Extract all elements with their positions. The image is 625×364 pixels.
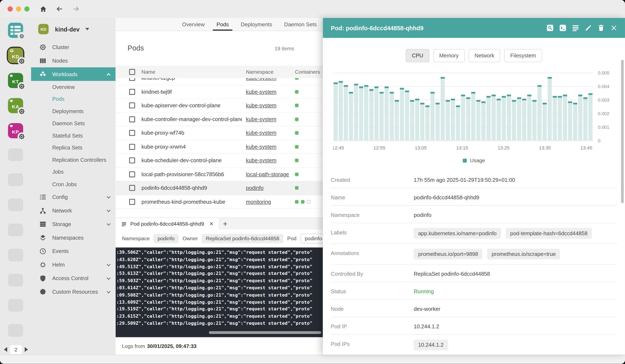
row-checkbox[interactable] (129, 199, 135, 205)
table-row[interactable]: prometheus-kind-prometheus-kubemonitorin… (116, 195, 323, 209)
namespace-link[interactable]: kube-system (246, 78, 276, 81)
column-containers[interactable]: Containers (295, 69, 320, 75)
sidebar-item-network[interactable]: Network (31, 204, 116, 217)
forward-icon[interactable] (71, 4, 81, 14)
sidebar-subitem-deployments[interactable]: Deployments (31, 105, 116, 117)
namespace-link[interactable]: local-path-storage (246, 171, 289, 177)
tab-pods[interactable]: Pods (216, 18, 229, 31)
metric-tab-memory[interactable]: Memory (433, 49, 465, 62)
close-panel-icon[interactable] (609, 24, 618, 32)
sidebar-item-cluster-kp[interactable]: KP (8, 123, 23, 138)
close-tab-icon[interactable]: ✕ (209, 221, 214, 227)
horizontal-scrollbar[interactable] (209, 331, 321, 334)
page-next-icon[interactable] (25, 347, 28, 352)
sidebar-item-config[interactable]: Config (31, 190, 116, 204)
tab-deployments[interactable]: Deployments (240, 18, 273, 31)
log-line: :23.615Z","caller":"http/logging.go:21",… (117, 313, 323, 320)
table-row[interactable]: kube-scheduler-dev-control-planekube-sys… (116, 154, 323, 168)
row-checkbox[interactable] (129, 102, 135, 109)
back-icon[interactable] (55, 4, 64, 14)
table-row[interactable]: kube-proxy-xrwm4kube-system (116, 140, 323, 154)
sidebar-subitem-daemon-sets[interactable]: Daemon Sets (31, 117, 116, 129)
close-window-button[interactable] (7, 6, 13, 12)
toolbar-chip[interactable]: ReplicaSet podinfo-6dccd44858 (202, 234, 283, 243)
row-checkbox[interactable] (129, 89, 135, 95)
sidebar-item-access-control[interactable]: Access Control (31, 272, 116, 285)
page-prev-icon[interactable] (4, 347, 7, 352)
container-statuses (295, 78, 299, 80)
namespace-link[interactable]: kube-system (246, 116, 276, 122)
svg-text:0.004: 0.004 (598, 84, 609, 89)
metric-tab-filesystem[interactable]: Filesystem (504, 49, 542, 62)
sidebar-subitem-jobs[interactable]: Jobs (31, 166, 116, 178)
metric-tab-cpu[interactable]: CPU (406, 49, 429, 62)
sidebar-item-namespaces[interactable]: Namespaces (31, 231, 116, 244)
container-status-dot (307, 200, 311, 204)
sidebar-item-custom-resources[interactable]: Custom Resources (31, 285, 116, 299)
tab-daemon-sets[interactable]: Daemon Sets (283, 18, 317, 31)
toolbar-chip[interactable]: podinfo (154, 234, 179, 243)
row-checkbox[interactable] (129, 144, 135, 150)
table-row[interactable]: kube-proxy-wf74bkube-system (116, 126, 323, 140)
table-row[interactable]: kindnet-twj9fkube-system (116, 85, 323, 99)
sidebar-item-cluster-kd[interactable]: KD (8, 48, 23, 63)
metric-tab-network[interactable]: Network (469, 49, 500, 62)
table-row[interactable]: kube-controller-manager-dev-control-plan… (116, 113, 323, 126)
sidebar-item-cluster-ka[interactable]: KA (8, 98, 23, 113)
dock-tab-pod-logs[interactable]: Pod podinfo-6dccd44858-qhhd9 ✕ (116, 218, 219, 229)
sidebar-subitem-replication-controllers[interactable]: Replication Controllers (31, 154, 116, 166)
sidebar-item-nodes[interactable]: Nodes (31, 54, 116, 67)
namespace-link[interactable]: podinfo (246, 185, 264, 191)
edit-icon[interactable] (584, 24, 592, 32)
detail-value: 17h 55m ago 2025-01-29T19:50:29+01:00 (414, 175, 515, 183)
minimize-window-button[interactable] (16, 6, 21, 12)
sidebar-item-storage[interactable]: Storage (31, 217, 116, 231)
sidebar-item-cluster-kt[interactable]: KT (8, 73, 23, 88)
table-row[interactable]: podinfo-6dccd44858-qhhd9podinfo (116, 181, 323, 195)
cluster-switcher[interactable]: KD kind-dev (31, 18, 116, 40)
table-row[interactable]: local-path-provisioner-58cc7856b6local-p… (116, 168, 323, 181)
sidebar-subitem-cron-jobs[interactable]: Cron Jobs (31, 178, 116, 190)
catalog-button[interactable]: ⚙ (8, 23, 23, 38)
pod-logs-search-icon[interactable] (546, 24, 554, 32)
row-checkbox[interactable] (129, 158, 135, 164)
home-icon[interactable] (38, 4, 48, 14)
panel-scrollbar[interactable] (621, 60, 624, 203)
container-status-dot (295, 118, 299, 121)
sidebar-subitem-stateful-sets[interactable]: Stateful Sets (31, 130, 116, 142)
detail-label: Namespace (331, 210, 414, 218)
table-row[interactable]: kindnet-6zgcpkube-system (116, 78, 323, 85)
namespace-link[interactable]: kube-system (246, 89, 276, 95)
cpu-usage-chart: 0.0050.0040.0030.0020.001012:4512:5513:0… (333, 71, 617, 154)
column-name[interactable]: Name (142, 69, 242, 75)
row-checkbox[interactable] (129, 185, 135, 191)
pod-logs-icon[interactable] (571, 24, 580, 32)
namespace-link[interactable]: kube-system (246, 130, 276, 136)
delete-icon[interactable] (597, 24, 605, 32)
sidebar-item-workloads[interactable]: Workloads (31, 67, 116, 81)
row-checkbox[interactable] (129, 171, 135, 177)
select-all-checkbox[interactable] (129, 69, 135, 75)
new-tab-button[interactable]: + (218, 218, 232, 229)
sidebar-item-helm[interactable]: Helm (31, 258, 116, 272)
namespace-link[interactable]: kube-system (246, 144, 276, 150)
pod-shell-icon[interactable] (559, 24, 567, 32)
tab-overview[interactable]: Overview (181, 18, 205, 31)
sidebar-subitem-overview[interactable]: Overview (31, 81, 116, 93)
namespace-link[interactable]: kube-system (246, 102, 276, 109)
column-namespace[interactable]: Namespace (246, 69, 289, 75)
row-checkbox[interactable] (129, 130, 135, 136)
pod-name: local-path-provisioner-58cc7856b6 (142, 171, 242, 177)
row-checkbox[interactable] (129, 78, 135, 81)
namespace-link[interactable]: kube-system (246, 158, 276, 164)
row-checkbox[interactable] (129, 116, 135, 122)
sidebar-subitem-replica-sets[interactable]: Replica Sets (31, 142, 116, 154)
sidebar-item-cluster[interactable]: Cluster (31, 40, 116, 54)
cluster-placeholder (8, 173, 23, 186)
sidebar-subitem-pods[interactable]: Pods (31, 93, 116, 105)
namespace-link[interactable]: monitoring (246, 199, 271, 205)
pod-selector-input[interactable]: podinfo-6dccd44858-qhhd9 (300, 234, 323, 243)
zoom-window-button[interactable] (24, 6, 30, 12)
table-row[interactable]: kube-apiserver-dev-control-planekube-sys… (116, 99, 323, 113)
sidebar-item-events[interactable]: Events (31, 244, 116, 258)
